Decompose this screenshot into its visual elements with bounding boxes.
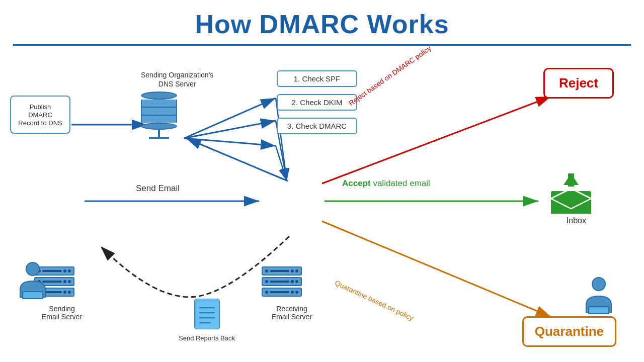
- reject-box: Reject: [543, 68, 614, 99]
- check-dkim-box: 2. Check DKIM: [277, 94, 357, 111]
- user-left-svg: [15, 262, 50, 300]
- user-left: [15, 262, 50, 302]
- divider: [13, 44, 631, 46]
- receiving-server-label: Receiving Email Server: [262, 305, 322, 321]
- inbox-svg: [548, 171, 594, 216]
- svg-line-9: [184, 138, 276, 146]
- svg-line-16: [322, 221, 551, 317]
- send-reports-label: Send Reports Back: [179, 334, 235, 342]
- svg-line-10: [186, 138, 288, 181]
- user-right: [581, 277, 616, 317]
- inbox-label: Inbox: [567, 216, 586, 225]
- svg-line-13: [276, 146, 287, 181]
- db-cylinder-icon: · · · · · · · · ·: [141, 92, 177, 139]
- accept-label: Accept validated email: [342, 178, 430, 189]
- dns-server: Sending Organization's DNS Server · · · …: [141, 70, 213, 139]
- check-spf-box: 1. Check SPF: [277, 70, 357, 87]
- svg-rect-31: [589, 307, 608, 313]
- send-email-label: Send Email: [136, 184, 180, 194]
- svg-point-26: [26, 262, 39, 276]
- document-svg: [193, 298, 221, 330]
- svg-rect-19: [568, 173, 574, 187]
- publish-dmarc-box: Publish DMARC Record to DNS: [10, 96, 70, 134]
- page-title: How DMARC Works: [0, 0, 644, 44]
- check-dmarc-box: 3. Check DMARC: [277, 118, 357, 134]
- svg-point-29: [592, 278, 605, 291]
- inbox-icon: [548, 171, 594, 218]
- send-reports-doc: Send Reports Back: [179, 298, 235, 342]
- diagram: Sending Organization's DNS Server · · · …: [0, 50, 644, 362]
- receiving-email-server: [262, 266, 302, 302]
- svg-rect-21: [195, 299, 219, 329]
- user-right-svg: [581, 277, 616, 315]
- quarantine-box: Quarantine: [522, 316, 616, 347]
- sending-server-label: Sending Email Server: [34, 305, 90, 321]
- svg-rect-28: [23, 292, 42, 298]
- quarantine-policy-label: Quarantine based on policy: [334, 279, 415, 322]
- dns-label: Sending Organization's DNS Server: [141, 70, 213, 88]
- check-boxes-group: 1. Check SPF 2. Check DKIM 3. Check DMAR…: [277, 70, 357, 141]
- reject-policy-label: Reject based on DMARC policy: [347, 44, 433, 108]
